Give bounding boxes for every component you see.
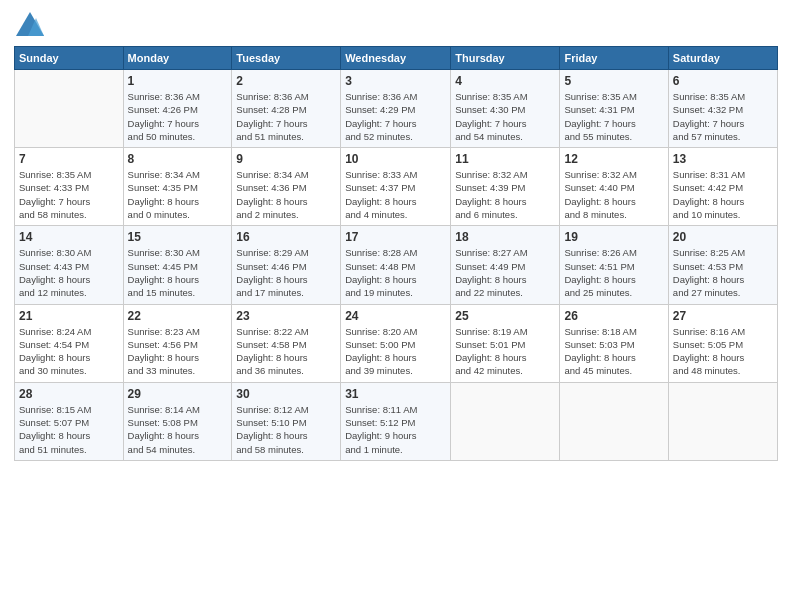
day-number: 9 [236,152,336,166]
calendar-cell: 31Sunrise: 8:11 AM Sunset: 5:12 PM Dayli… [341,382,451,460]
calendar-cell: 8Sunrise: 8:34 AM Sunset: 4:35 PM Daylig… [123,148,232,226]
calendar-cell: 23Sunrise: 8:22 AM Sunset: 4:58 PM Dayli… [232,304,341,382]
calendar-header-sunday: Sunday [15,47,124,70]
calendar-cell: 1Sunrise: 8:36 AM Sunset: 4:26 PM Daylig… [123,70,232,148]
day-number: 29 [128,387,228,401]
day-info: Sunrise: 8:18 AM Sunset: 5:03 PM Dayligh… [564,325,663,378]
calendar-cell: 14Sunrise: 8:30 AM Sunset: 4:43 PM Dayli… [15,226,124,304]
day-number: 14 [19,230,119,244]
day-number: 15 [128,230,228,244]
day-number: 21 [19,309,119,323]
calendar-cell [668,382,777,460]
calendar-cell: 3Sunrise: 8:36 AM Sunset: 4:29 PM Daylig… [341,70,451,148]
calendar-header-thursday: Thursday [451,47,560,70]
page-container: SundayMondayTuesdayWednesdayThursdayFrid… [0,0,792,612]
calendar-cell: 20Sunrise: 8:25 AM Sunset: 4:53 PM Dayli… [668,226,777,304]
day-number: 18 [455,230,555,244]
calendar-cell: 27Sunrise: 8:16 AM Sunset: 5:05 PM Dayli… [668,304,777,382]
calendar-cell: 30Sunrise: 8:12 AM Sunset: 5:10 PM Dayli… [232,382,341,460]
calendar-cell: 18Sunrise: 8:27 AM Sunset: 4:49 PM Dayli… [451,226,560,304]
calendar-week-2: 7Sunrise: 8:35 AM Sunset: 4:33 PM Daylig… [15,148,778,226]
day-info: Sunrise: 8:24 AM Sunset: 4:54 PM Dayligh… [19,325,119,378]
logo [14,10,48,38]
day-info: Sunrise: 8:19 AM Sunset: 5:01 PM Dayligh… [455,325,555,378]
calendar-header-tuesday: Tuesday [232,47,341,70]
day-number: 6 [673,74,773,88]
day-info: Sunrise: 8:28 AM Sunset: 4:48 PM Dayligh… [345,246,446,299]
day-info: Sunrise: 8:35 AM Sunset: 4:30 PM Dayligh… [455,90,555,143]
calendar-cell: 16Sunrise: 8:29 AM Sunset: 4:46 PM Dayli… [232,226,341,304]
calendar-cell: 7Sunrise: 8:35 AM Sunset: 4:33 PM Daylig… [15,148,124,226]
day-number: 28 [19,387,119,401]
calendar-cell: 17Sunrise: 8:28 AM Sunset: 4:48 PM Dayli… [341,226,451,304]
day-info: Sunrise: 8:32 AM Sunset: 4:39 PM Dayligh… [455,168,555,221]
calendar-cell: 19Sunrise: 8:26 AM Sunset: 4:51 PM Dayli… [560,226,668,304]
day-number: 8 [128,152,228,166]
calendar-cell [560,382,668,460]
calendar-header-monday: Monday [123,47,232,70]
day-number: 10 [345,152,446,166]
day-number: 12 [564,152,663,166]
day-number: 13 [673,152,773,166]
day-info: Sunrise: 8:22 AM Sunset: 4:58 PM Dayligh… [236,325,336,378]
calendar-cell: 25Sunrise: 8:19 AM Sunset: 5:01 PM Dayli… [451,304,560,382]
calendar-cell: 9Sunrise: 8:34 AM Sunset: 4:36 PM Daylig… [232,148,341,226]
day-info: Sunrise: 8:36 AM Sunset: 4:28 PM Dayligh… [236,90,336,143]
calendar-cell: 6Sunrise: 8:35 AM Sunset: 4:32 PM Daylig… [668,70,777,148]
calendar-cell: 5Sunrise: 8:35 AM Sunset: 4:31 PM Daylig… [560,70,668,148]
day-info: Sunrise: 8:20 AM Sunset: 5:00 PM Dayligh… [345,325,446,378]
day-info: Sunrise: 8:11 AM Sunset: 5:12 PM Dayligh… [345,403,446,456]
calendar-cell: 24Sunrise: 8:20 AM Sunset: 5:00 PM Dayli… [341,304,451,382]
day-number: 3 [345,74,446,88]
header [14,10,778,38]
day-info: Sunrise: 8:15 AM Sunset: 5:07 PM Dayligh… [19,403,119,456]
calendar-week-5: 28Sunrise: 8:15 AM Sunset: 5:07 PM Dayli… [15,382,778,460]
calendar-table: SundayMondayTuesdayWednesdayThursdayFrid… [14,46,778,461]
calendar-cell: 28Sunrise: 8:15 AM Sunset: 5:07 PM Dayli… [15,382,124,460]
calendar-cell: 10Sunrise: 8:33 AM Sunset: 4:37 PM Dayli… [341,148,451,226]
day-number: 4 [455,74,555,88]
calendar-week-1: 1Sunrise: 8:36 AM Sunset: 4:26 PM Daylig… [15,70,778,148]
calendar-cell: 15Sunrise: 8:30 AM Sunset: 4:45 PM Dayli… [123,226,232,304]
calendar-header-wednesday: Wednesday [341,47,451,70]
day-number: 27 [673,309,773,323]
day-info: Sunrise: 8:34 AM Sunset: 4:35 PM Dayligh… [128,168,228,221]
calendar-header-friday: Friday [560,47,668,70]
calendar-cell: 22Sunrise: 8:23 AM Sunset: 4:56 PM Dayli… [123,304,232,382]
day-info: Sunrise: 8:35 AM Sunset: 4:31 PM Dayligh… [564,90,663,143]
logo-icon [14,10,46,38]
day-info: Sunrise: 8:30 AM Sunset: 4:45 PM Dayligh… [128,246,228,299]
day-info: Sunrise: 8:34 AM Sunset: 4:36 PM Dayligh… [236,168,336,221]
calendar-header-row: SundayMondayTuesdayWednesdayThursdayFrid… [15,47,778,70]
day-number: 25 [455,309,555,323]
day-info: Sunrise: 8:14 AM Sunset: 5:08 PM Dayligh… [128,403,228,456]
day-info: Sunrise: 8:16 AM Sunset: 5:05 PM Dayligh… [673,325,773,378]
day-info: Sunrise: 8:32 AM Sunset: 4:40 PM Dayligh… [564,168,663,221]
calendar-cell: 2Sunrise: 8:36 AM Sunset: 4:28 PM Daylig… [232,70,341,148]
calendar-cell [451,382,560,460]
calendar-cell: 4Sunrise: 8:35 AM Sunset: 4:30 PM Daylig… [451,70,560,148]
calendar-cell: 26Sunrise: 8:18 AM Sunset: 5:03 PM Dayli… [560,304,668,382]
day-number: 19 [564,230,663,244]
calendar-cell: 11Sunrise: 8:32 AM Sunset: 4:39 PM Dayli… [451,148,560,226]
day-info: Sunrise: 8:23 AM Sunset: 4:56 PM Dayligh… [128,325,228,378]
day-number: 1 [128,74,228,88]
day-number: 31 [345,387,446,401]
day-info: Sunrise: 8:30 AM Sunset: 4:43 PM Dayligh… [19,246,119,299]
day-info: Sunrise: 8:36 AM Sunset: 4:29 PM Dayligh… [345,90,446,143]
day-number: 7 [19,152,119,166]
day-info: Sunrise: 8:35 AM Sunset: 4:33 PM Dayligh… [19,168,119,221]
day-number: 26 [564,309,663,323]
day-number: 17 [345,230,446,244]
calendar-cell: 29Sunrise: 8:14 AM Sunset: 5:08 PM Dayli… [123,382,232,460]
calendar-week-4: 21Sunrise: 8:24 AM Sunset: 4:54 PM Dayli… [15,304,778,382]
day-number: 16 [236,230,336,244]
day-number: 5 [564,74,663,88]
day-number: 20 [673,230,773,244]
day-info: Sunrise: 8:26 AM Sunset: 4:51 PM Dayligh… [564,246,663,299]
day-info: Sunrise: 8:33 AM Sunset: 4:37 PM Dayligh… [345,168,446,221]
calendar-week-3: 14Sunrise: 8:30 AM Sunset: 4:43 PM Dayli… [15,226,778,304]
day-info: Sunrise: 8:29 AM Sunset: 4:46 PM Dayligh… [236,246,336,299]
day-info: Sunrise: 8:27 AM Sunset: 4:49 PM Dayligh… [455,246,555,299]
calendar-cell: 13Sunrise: 8:31 AM Sunset: 4:42 PM Dayli… [668,148,777,226]
